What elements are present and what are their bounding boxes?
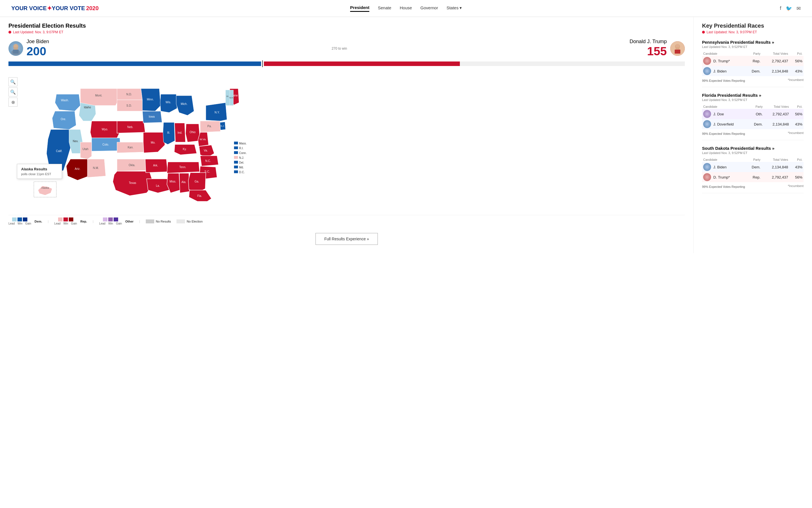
fl-race-title[interactable]: Florida Presidential Results » — [702, 93, 804, 97]
sd-race-table: Candidate Party Total Votes Pct. J. Bide… — [702, 157, 804, 182]
pa-incumbent: *Incumbent — [788, 78, 804, 82]
dem-win-box — [17, 217, 22, 221]
no-election-legend: No Election — [177, 219, 202, 223]
dem-win-label: Win — [17, 222, 22, 225]
facebook-icon[interactable]: f — [780, 5, 781, 11]
sd-reporting: 99% Expected Votes Reporting — [702, 185, 745, 188]
trump-details: Donald J. Trump 155 — [630, 39, 667, 58]
utah-state[interactable] — [80, 142, 92, 159]
dem-legend-group: Lead Win Gain Dem. — [8, 217, 42, 225]
svg-text:Mont.: Mont. — [95, 94, 102, 97]
svg-text:Ind.: Ind. — [178, 131, 182, 134]
zoom-reset-button[interactable]: ⊗ — [8, 97, 17, 107]
other-gain-label: Gain — [116, 222, 122, 225]
svg-text:N.J.: N.J. — [239, 156, 244, 159]
nav-president[interactable]: President — [350, 5, 369, 12]
biden-photo — [8, 41, 23, 56]
twitter-icon[interactable]: 🐦 — [786, 5, 792, 11]
sd-biden-pct: 43% — [789, 162, 804, 172]
fl-doe-row: J. Doe Oth. 2,792,437 56% — [702, 109, 804, 119]
svg-text:Ore.: Ore. — [61, 118, 66, 121]
sd-trump-pct: 56% — [789, 172, 804, 182]
sd-party-header: Party — [745, 157, 762, 162]
svg-text:La.: La. — [156, 184, 160, 187]
left-last-updated: Last Updated: Nov. 3, 9:07PM ET — [8, 30, 685, 34]
zoom-in-button[interactable]: 🔍 — [8, 77, 17, 86]
trump-photo — [670, 41, 685, 56]
section-title: Presidential Election Results — [8, 23, 685, 29]
alaska-tooltip: Alaska Results polls close 11pm EST — [17, 164, 62, 179]
svg-text:Wyo.: Wyo. — [102, 128, 108, 131]
sd-trump-votes: 2,792,437 — [762, 172, 789, 182]
svg-text:R.I.: R.I. — [239, 147, 243, 150]
pa-candidate-header: Candidate — [702, 51, 745, 56]
full-results-container: Full Results Experience » — [8, 233, 685, 245]
svg-text:N.J.: N.J. — [221, 125, 224, 127]
sd-incumbent: *Incumbent — [788, 184, 804, 187]
candidates-bar: Joe Biden 200 270 to win Donald J. Trump… — [8, 39, 685, 58]
no-results-label: No Results — [156, 220, 171, 223]
svg-text:N.H.: N.H. — [229, 97, 233, 99]
nj-box — [234, 156, 238, 159]
no-results-legend: No Results — [146, 219, 171, 223]
pa-trump-pct: 56% — [789, 56, 804, 66]
svg-text:Calif.: Calif. — [56, 150, 62, 153]
sd-candidate-header: Candidate — [702, 157, 745, 162]
pa-party-header: Party — [745, 51, 762, 56]
rep-legend-group: Lead Win Gain Rep. — [54, 217, 87, 225]
nav-states[interactable]: States ▾ — [447, 5, 462, 11]
svg-text:Pa.: Pa. — [207, 125, 212, 128]
trump-bar — [264, 61, 460, 66]
sd-race-updated: Last Updated Nov. 3, 9:52PM ET — [702, 151, 804, 155]
header: YOUR VOICE ✦ YOUR VOTE 2020 President Se… — [0, 0, 812, 17]
left-panel: Presidential Election Results Last Updat… — [0, 17, 693, 253]
dem-lead-box — [12, 217, 17, 221]
email-icon[interactable]: ✉ — [797, 5, 801, 11]
svg-text:Ill.: Ill. — [167, 131, 170, 134]
svg-text:Wis.: Wis. — [166, 101, 171, 104]
sd-biden-votes: 2,134,848 — [762, 162, 789, 172]
sd-pct-header: Pct. — [789, 157, 804, 162]
del-box — [234, 161, 238, 164]
fl-doverfield-candidate: J. Doverfield — [702, 119, 748, 129]
fl-doe-candidate: J. Doe — [702, 109, 748, 119]
pa-biden-candidate: J. Biden — [702, 66, 745, 76]
svg-text:Ark.: Ark. — [153, 164, 158, 167]
nav-house[interactable]: House — [400, 5, 412, 11]
rep-win-label: Win — [63, 222, 68, 225]
svg-text:N.M.: N.M. — [93, 166, 99, 170]
fl-doverfield-pct: 43% — [790, 119, 804, 129]
rep-lead-box — [58, 217, 62, 221]
svg-text:Nev.: Nev. — [73, 140, 78, 143]
michigan-state[interactable] — [176, 96, 194, 115]
fl-doe-votes: 2,792,437 — [764, 109, 790, 119]
main-content: Presidential Election Results Last Updat… — [0, 17, 812, 253]
pa-race-title[interactable]: Pennsylvania Presidential Results » — [702, 40, 804, 45]
no-election-box — [177, 219, 185, 223]
svg-text:Kan.: Kan. — [128, 146, 134, 149]
vermont-state[interactable] — [226, 90, 230, 105]
biden-info: Joe Biden 200 — [8, 39, 49, 58]
rep-party-label: Rep. — [80, 220, 87, 223]
right-live-dot — [702, 31, 705, 34]
montana-state[interactable] — [80, 89, 119, 105]
social-links: f 🐦 ✉ — [780, 5, 801, 11]
tooltip-sub: polls close 11pm EST — [21, 172, 58, 176]
washington-state[interactable] — [55, 94, 80, 111]
fl-doe-party: Oth. — [748, 109, 764, 119]
fl-pct-header: Pct. — [790, 104, 804, 109]
nav-senate[interactable]: Senate — [378, 5, 391, 11]
sd-race-title[interactable]: South Dakota Presidential Results » — [702, 146, 804, 151]
sd-votes-header: Total Votes — [762, 157, 789, 162]
svg-text:Utah: Utah — [82, 147, 88, 151]
us-map-svg[interactable]: Wash. Ore. Calif. Nev. Idaho — [20, 72, 251, 201]
progress-bar — [8, 60, 685, 67]
other-win-box — [108, 217, 113, 221]
nav-governor[interactable]: Governor — [420, 5, 438, 11]
svg-point-3 — [14, 44, 18, 48]
dem-lead-label: Lead — [8, 222, 15, 225]
svg-text:Okla.: Okla. — [129, 164, 135, 167]
svg-text:Neb.: Neb. — [127, 126, 133, 129]
zoom-out-button[interactable]: 🔍 — [8, 87, 17, 96]
full-results-button[interactable]: Full Results Experience » — [315, 233, 378, 245]
